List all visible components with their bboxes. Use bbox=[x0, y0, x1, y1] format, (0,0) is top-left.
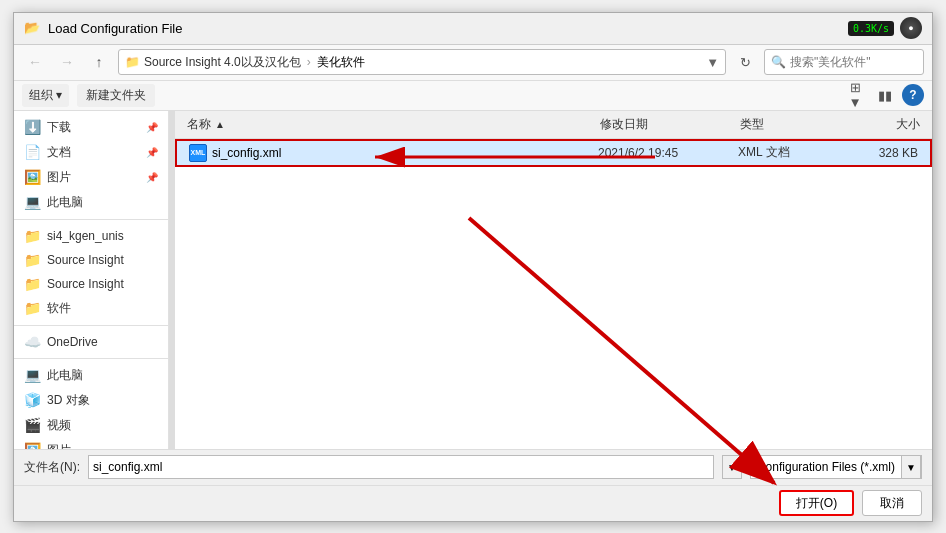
xml-file-icon: XML bbox=[189, 144, 207, 162]
file-header: 名称 ▲ 修改日期 类型 大小 bbox=[175, 111, 932, 139]
file-area: 名称 ▲ 修改日期 类型 大小 XML si_config.xml bbox=[175, 111, 932, 449]
divider2 bbox=[14, 325, 168, 326]
sidebar-item-label: Source Insight bbox=[47, 253, 124, 267]
search-box[interactable]: 🔍 bbox=[764, 49, 924, 75]
file-name-cell: XML si_config.xml bbox=[189, 144, 598, 162]
sidebar-item-download[interactable]: ⬇️ 下载 📌 bbox=[14, 115, 168, 140]
sidebar-item-pics[interactable]: 🖼️ 图片 bbox=[14, 438, 168, 449]
filetype-dropdown-btn[interactable]: ▼ bbox=[901, 455, 921, 479]
video-icon: 🎬 bbox=[24, 417, 41, 433]
file-date: 2021/6/2 19:45 bbox=[598, 146, 738, 160]
title-bar-icon: 📂 bbox=[24, 20, 40, 36]
sidebar-item-thispc-top[interactable]: 💻 此电脑 bbox=[14, 190, 168, 215]
toolbar-right: ⊞ ▼ ▮▮ ? bbox=[842, 82, 924, 108]
image-icon: 🖼️ bbox=[24, 169, 41, 185]
sidebar-item-sourceinsight1[interactable]: 📁 Source Insight bbox=[14, 248, 168, 272]
filename-dropdown[interactable]: ▼ bbox=[722, 455, 742, 479]
col-date-header[interactable]: 修改日期 bbox=[600, 116, 740, 133]
address-chevron-icon: ▼ bbox=[706, 55, 719, 70]
sidebar-item-label: 视频 bbox=[47, 417, 71, 434]
network-icon: ● bbox=[900, 17, 922, 39]
sidebar-item-label: 图片 bbox=[47, 169, 71, 186]
folder-icon: 📁 bbox=[125, 55, 140, 69]
sidebar: ⬇️ 下载 📌 📄 文档 📌 🖼️ 图片 📌 💻 此电脑 📁 si4 bbox=[14, 111, 169, 449]
col-size-header[interactable]: 大小 bbox=[840, 116, 920, 133]
sidebar-item-onedrive[interactable]: ☁️ OneDrive bbox=[14, 330, 168, 354]
file-list: XML si_config.xml 2021/6/2 19:45 XML 文档 … bbox=[175, 139, 932, 449]
address-bar[interactable]: 📁 Source Insight 4.0以及汉化包 › 美化软件 ▼ bbox=[118, 49, 726, 75]
sidebar-item-label: Source Insight bbox=[47, 277, 124, 291]
address-toolbar: ← → ↑ 📁 Source Insight 4.0以及汉化包 › 美化软件 ▼… bbox=[14, 45, 932, 81]
sidebar-item-si4kgen[interactable]: 📁 si4_kgen_unis bbox=[14, 224, 168, 248]
main-content: ⬇️ 下载 📌 📄 文档 📌 🖼️ 图片 📌 💻 此电脑 📁 si4 bbox=[14, 111, 932, 449]
divider bbox=[14, 219, 168, 220]
sidebar-item-label: 此电脑 bbox=[47, 194, 83, 211]
filetype-display: Configuration Files (*.xml) bbox=[751, 456, 901, 478]
download-icon: ⬇️ bbox=[24, 119, 41, 135]
sidebar-item-images[interactable]: 🖼️ 图片 📌 bbox=[14, 165, 168, 190]
onedrive-icon: ☁️ bbox=[24, 334, 41, 350]
sidebar-item-software[interactable]: 📁 软件 bbox=[14, 296, 168, 321]
folder-icon-si1: 📁 bbox=[24, 252, 41, 268]
breadcrumb-current: 美化软件 bbox=[317, 54, 365, 71]
sidebar-item-label: 3D 对象 bbox=[47, 392, 90, 409]
folder-icon-sw: 📁 bbox=[24, 300, 41, 316]
preview-pane-button[interactable]: ▮▮ bbox=[872, 82, 898, 108]
breadcrumb-part1: Source Insight 4.0以及汉化包 bbox=[144, 54, 301, 71]
filename-label: 文件名(N): bbox=[24, 459, 80, 476]
help-button[interactable]: ? bbox=[902, 84, 924, 106]
file-type: XML 文档 bbox=[738, 144, 838, 161]
folder-icon-si2: 📁 bbox=[24, 276, 41, 292]
title-bar: 📂 Load Configuration File 0.3K/s ● bbox=[14, 13, 932, 45]
sidebar-item-3d[interactable]: 🧊 3D 对象 bbox=[14, 388, 168, 413]
second-toolbar: 组织 ▾ 新建文件夹 ⊞ ▼ ▮▮ ? bbox=[14, 81, 932, 111]
filetype-container: Configuration Files (*.xml) ▼ bbox=[750, 455, 922, 479]
bottom-bar: 文件名(N): ▼ Configuration Files (*.xml) ▼ bbox=[14, 449, 932, 485]
sidebar-item-label: 图片 bbox=[47, 442, 71, 449]
sidebar-item-label: 下载 bbox=[47, 119, 71, 136]
pin-icon: 📌 bbox=[146, 172, 158, 183]
divider3 bbox=[14, 358, 168, 359]
forward-button[interactable]: → bbox=[54, 49, 80, 75]
sidebar-item-label: 此电脑 bbox=[47, 367, 83, 384]
search-icon: 🔍 bbox=[771, 55, 786, 69]
annotation-arrow bbox=[175, 139, 932, 449]
sidebar-item-sourceinsight2[interactable]: 📁 Source Insight bbox=[14, 272, 168, 296]
cancel-button[interactable]: 取消 bbox=[862, 490, 922, 516]
bottom-buttons: 打开(O) 取消 bbox=[14, 485, 932, 521]
organize-button[interactable]: 组织 ▾ bbox=[22, 84, 69, 107]
sort-icon: ▲ bbox=[215, 119, 225, 130]
doc-icon: 📄 bbox=[24, 144, 41, 160]
refresh-button[interactable]: ↻ bbox=[732, 49, 758, 75]
filename-input[interactable] bbox=[88, 455, 714, 479]
sidebar-item-label: 软件 bbox=[47, 300, 71, 317]
pin-icon: 📌 bbox=[146, 122, 158, 133]
sidebar-item-label: 文档 bbox=[47, 144, 71, 161]
open-button[interactable]: 打开(O) bbox=[779, 490, 854, 516]
cube-icon: 🧊 bbox=[24, 392, 41, 408]
sidebar-item-label: si4_kgen_unis bbox=[47, 229, 124, 243]
file-row[interactable]: XML si_config.xml 2021/6/2 19:45 XML 文档 … bbox=[175, 139, 932, 167]
breadcrumb-sep: › bbox=[307, 55, 311, 69]
sidebar-item-label: OneDrive bbox=[47, 335, 98, 349]
speed-badge: 0.3K/s bbox=[848, 21, 894, 36]
up-button[interactable]: ↑ bbox=[86, 49, 112, 75]
file-name: si_config.xml bbox=[212, 146, 281, 160]
file-size: 328 KB bbox=[838, 146, 918, 160]
sidebar-item-video[interactable]: 🎬 视频 bbox=[14, 413, 168, 438]
sidebar-item-docs[interactable]: 📄 文档 📌 bbox=[14, 140, 168, 165]
folder-icon-si4: 📁 bbox=[24, 228, 41, 244]
new-folder-button[interactable]: 新建文件夹 bbox=[77, 84, 155, 107]
view-toggle-button[interactable]: ⊞ ▼ bbox=[842, 82, 868, 108]
pin-icon: 📌 bbox=[146, 147, 158, 158]
col-name-header[interactable]: 名称 ▲ bbox=[187, 116, 600, 133]
title-bar-text: Load Configuration File bbox=[48, 21, 840, 36]
col-type-header[interactable]: 类型 bbox=[740, 116, 840, 133]
back-button[interactable]: ← bbox=[22, 49, 48, 75]
pc-icon: 💻 bbox=[24, 194, 41, 210]
search-input[interactable] bbox=[790, 55, 917, 69]
pc-icon2: 💻 bbox=[24, 367, 41, 383]
sidebar-item-thispc[interactable]: 💻 此电脑 bbox=[14, 363, 168, 388]
